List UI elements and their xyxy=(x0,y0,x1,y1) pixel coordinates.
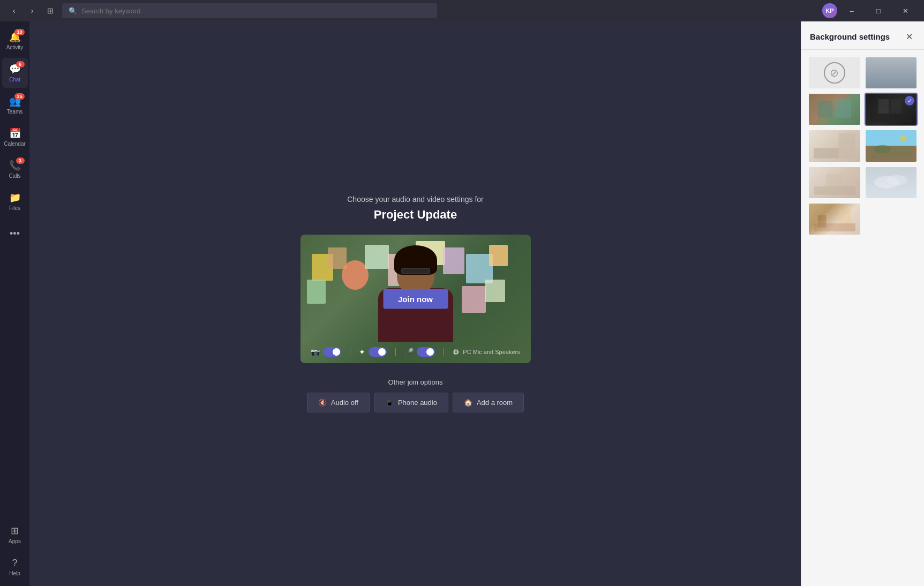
bg-office2-thumb[interactable]: ✓ xyxy=(865,93,918,126)
add-room-label: Add a room xyxy=(477,399,513,407)
teams-badge: 25 xyxy=(14,93,24,100)
video-controls: 📷 ✦ 🎤 xyxy=(301,347,531,357)
content-area: Choose your audio and video settings for… xyxy=(30,21,801,586)
bg-interior-thumb[interactable] xyxy=(808,202,861,236)
bg-office1-thumb[interactable] xyxy=(808,93,861,126)
person-glasses xyxy=(401,268,430,274)
calls-badge: 3 xyxy=(16,157,25,164)
svg-rect-17 xyxy=(818,215,827,227)
search-input[interactable] xyxy=(81,7,431,15)
avatar[interactable]: KP xyxy=(822,3,837,18)
phone-audio-icon: 📱 xyxy=(385,399,394,407)
sidebar-item-files[interactable]: 📁 Files xyxy=(2,186,28,216)
main-layout: 🔔 Activity 10 💬 Chat 6 👥 Teams 25 📅 Cale… xyxy=(0,21,924,586)
audio-settings-icon: ⚙ xyxy=(453,348,460,356)
bg-outdoor-thumb[interactable] xyxy=(865,129,918,162)
audio-device-group: ⚙ PC Mic and Speakers xyxy=(453,348,520,356)
join-options: Other join options 🔇 Audio off 📱 Phone a… xyxy=(307,378,524,412)
svg-point-8 xyxy=(900,135,906,141)
sidebar-item-apps[interactable]: ⊞ Apps xyxy=(2,520,28,550)
bg-outdoor-inner xyxy=(866,130,917,161)
bg-panel-header: Background settings ✕ xyxy=(801,21,924,50)
calendar-icon: 📅 xyxy=(9,127,21,139)
sidebar-item-calendar[interactable]: 📅 Calendar xyxy=(2,122,28,152)
add-room-icon: 🏠 xyxy=(464,399,472,407)
svg-rect-12 xyxy=(826,174,843,186)
sidebar-label-files: Files xyxy=(9,205,20,211)
bg-none-inner: ⊘ xyxy=(809,57,860,88)
add-room-button[interactable]: 🏠 Add a room xyxy=(453,393,524,412)
maximize-button[interactable]: □ xyxy=(866,2,891,19)
svg-rect-6 xyxy=(839,133,855,159)
audio-label: PC Mic and Speakers xyxy=(463,349,520,355)
join-options-label: Other join options xyxy=(307,378,524,386)
bg-office3-thumb[interactable] xyxy=(808,129,861,162)
svg-point-14 xyxy=(887,175,907,185)
ctrl-divider-1 xyxy=(350,348,350,356)
audio-off-icon: 🔇 xyxy=(318,399,327,407)
ctrl-divider-2 xyxy=(395,348,396,356)
new-tab-button[interactable]: ⊞ xyxy=(43,3,58,18)
bg-panel-title: Background settings xyxy=(810,32,890,41)
bg-interior-inner xyxy=(809,204,860,235)
bg-room1-inner xyxy=(809,167,860,198)
sidebar-label-chat: Chat xyxy=(9,77,20,82)
audio-off-label: Audio off xyxy=(331,399,358,407)
video-preview: Join now 📷 ✦ 🎤 xyxy=(301,235,531,363)
back-button[interactable]: ‹ xyxy=(6,3,21,18)
mic-icon: 🎤 xyxy=(404,348,414,356)
search-bar[interactable]: 🔍 xyxy=(62,3,437,18)
phone-audio-button[interactable]: 📱 Phone audio xyxy=(374,393,448,412)
bg-cloudy-inner xyxy=(866,167,917,198)
bg-gray-inner xyxy=(866,57,917,88)
bg-office3-inner xyxy=(809,130,860,161)
meeting-subtitle: Choose your audio and video settings for xyxy=(347,195,484,204)
sidebar-item-more[interactable]: ••• xyxy=(2,219,28,249)
bg-room-thumb[interactable] xyxy=(808,166,861,199)
close-window-button[interactable]: ✕ xyxy=(893,2,918,19)
minimize-button[interactable]: – xyxy=(839,2,864,19)
ctrl-divider-3 xyxy=(444,348,444,356)
bg-gray-thumb[interactable] xyxy=(865,56,918,89)
sidebar-item-calls[interactable]: 📞 Calls 3 xyxy=(2,154,28,184)
sidebar-item-chat[interactable]: 💬 Chat 6 xyxy=(2,58,28,88)
activity-badge: 10 xyxy=(14,29,24,35)
video-toggle-group: 📷 xyxy=(311,347,341,357)
help-icon: ? xyxy=(12,558,17,569)
meeting-header: Choose your audio and video settings for… xyxy=(347,195,484,222)
audio-off-button[interactable]: 🔇 Audio off xyxy=(307,393,370,412)
sidebar-label-apps: Apps xyxy=(9,538,21,544)
video-icon: 📷 xyxy=(311,348,320,356)
svg-rect-5 xyxy=(870,114,912,122)
phone-audio-label: Phone audio xyxy=(398,399,437,407)
svg-rect-1 xyxy=(835,99,851,118)
blur-icon: ✦ xyxy=(359,348,365,356)
sidebar-item-teams[interactable]: 👥 Teams 25 xyxy=(2,90,28,120)
sidebar-label-activity: Activity xyxy=(6,44,24,50)
video-toggle[interactable] xyxy=(323,347,341,357)
background-grid: ⊘ xyxy=(801,50,924,242)
apps-icon: ⊞ xyxy=(11,525,19,537)
bg-panel-close-button[interactable]: ✕ xyxy=(903,30,915,43)
sidebar: 🔔 Activity 10 💬 Chat 6 👥 Teams 25 📅 Cale… xyxy=(0,21,30,586)
forward-button[interactable]: › xyxy=(25,3,40,18)
svg-rect-0 xyxy=(818,101,832,118)
window-controls: KP – □ ✕ xyxy=(822,2,918,19)
sidebar-item-activity[interactable]: 🔔 Activity 10 xyxy=(2,26,28,56)
sidebar-label-calendar: Calendar xyxy=(4,141,26,147)
title-bar: ‹ › ⊞ 🔍 KP – □ ✕ xyxy=(0,0,924,21)
files-icon: 📁 xyxy=(9,192,21,204)
blur-toggle-group: ✦ xyxy=(359,347,387,357)
svg-rect-10 xyxy=(870,146,912,158)
sidebar-label-help: Help xyxy=(9,570,20,576)
bg-cloudy-thumb[interactable] xyxy=(865,166,918,199)
mic-toggle[interactable] xyxy=(417,347,435,357)
blur-toggle[interactable] xyxy=(369,347,387,357)
sidebar-label-calls: Calls xyxy=(9,173,20,179)
sidebar-item-help[interactable]: ? Help xyxy=(2,552,28,582)
join-now-button[interactable]: Join now xyxy=(383,289,448,309)
search-icon: 🔍 xyxy=(69,7,77,15)
mic-toggle-group: 🎤 xyxy=(404,347,435,357)
bg-none-thumb[interactable]: ⊘ xyxy=(808,56,861,89)
more-icon: ••• xyxy=(10,228,20,239)
